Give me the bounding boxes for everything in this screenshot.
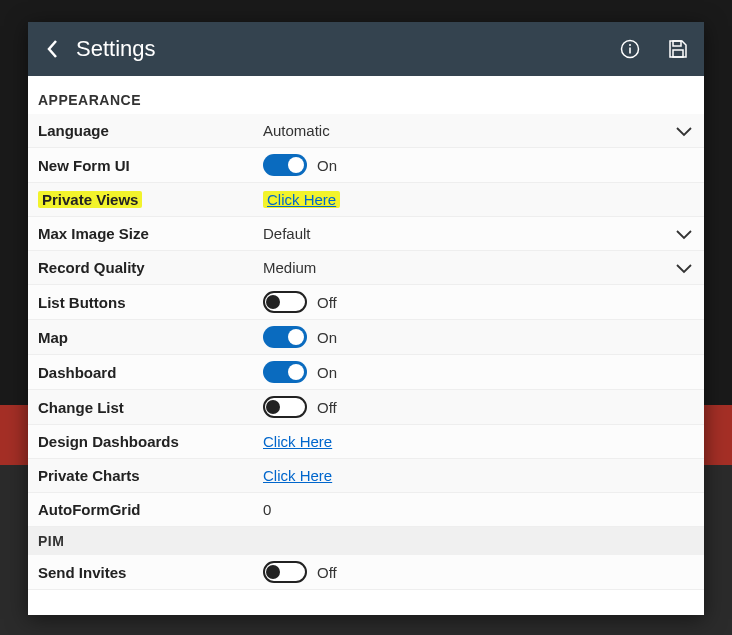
link-design-dashboards[interactable]: Click Here <box>263 433 332 450</box>
settings-content: APPEARANCE Language Automatic New Form U… <box>28 76 704 615</box>
link-private-views[interactable]: Click Here <box>267 191 336 208</box>
label-list-buttons: List Buttons <box>38 294 263 311</box>
row-private-views: Private Views Click Here <box>28 183 704 217</box>
label-private-views: Private Views <box>38 191 142 208</box>
row-max-image-size[interactable]: Max Image Size Default <box>28 217 704 251</box>
label-max-image-size: Max Image Size <box>38 225 263 242</box>
info-icon <box>620 39 640 59</box>
row-record-quality[interactable]: Record Quality Medium <box>28 251 704 285</box>
row-list-buttons: List Buttons Off <box>28 285 704 320</box>
svg-rect-2 <box>629 48 631 54</box>
label-map: Map <box>38 329 263 346</box>
row-autoformgrid: AutoFormGrid 0 <box>28 493 704 527</box>
save-icon <box>668 39 688 59</box>
value-new-form-ui: On <box>317 157 337 174</box>
toggle-change-list[interactable] <box>263 396 307 418</box>
value-list-buttons: Off <box>317 294 337 311</box>
row-private-charts: Private Charts Click Here <box>28 459 704 493</box>
svg-point-1 <box>629 44 631 46</box>
section-pim: PIM <box>28 527 704 555</box>
chevron-down-icon <box>674 124 694 138</box>
label-private-charts: Private Charts <box>38 467 263 484</box>
link-private-charts[interactable]: Click Here <box>263 467 332 484</box>
label-language: Language <box>38 122 263 139</box>
row-dashboard: Dashboard On <box>28 355 704 390</box>
label-send-invites: Send Invites <box>38 564 263 581</box>
label-new-form-ui: New Form UI <box>38 157 263 174</box>
settings-header: Settings <box>28 22 704 76</box>
svg-rect-3 <box>673 41 681 46</box>
value-dashboard: On <box>317 364 337 381</box>
value-record-quality: Medium <box>263 259 674 276</box>
row-design-dashboards: Design Dashboards Click Here <box>28 425 704 459</box>
toggle-send-invites[interactable] <box>263 561 307 583</box>
label-autoformgrid: AutoFormGrid <box>38 501 263 518</box>
row-language[interactable]: Language Automatic <box>28 114 704 148</box>
back-button[interactable] <box>44 38 62 60</box>
toggle-map[interactable] <box>263 326 307 348</box>
label-record-quality: Record Quality <box>38 259 263 276</box>
label-dashboard: Dashboard <box>38 364 263 381</box>
toggle-dashboard[interactable] <box>263 361 307 383</box>
svg-rect-4 <box>673 50 683 57</box>
chevron-left-icon <box>44 38 62 60</box>
toggle-new-form-ui[interactable] <box>263 154 307 176</box>
page-title: Settings <box>76 36 592 62</box>
chevron-down-icon <box>674 261 694 275</box>
row-send-invites: Send Invites Off <box>28 555 704 590</box>
toggle-list-buttons[interactable] <box>263 291 307 313</box>
value-autoformgrid: 0 <box>263 501 694 518</box>
save-button[interactable] <box>668 39 688 59</box>
value-send-invites: Off <box>317 564 337 581</box>
row-change-list: Change List Off <box>28 390 704 425</box>
label-change-list: Change List <box>38 399 263 416</box>
row-map: Map On <box>28 320 704 355</box>
label-design-dashboards: Design Dashboards <box>38 433 263 450</box>
info-button[interactable] <box>620 39 640 59</box>
value-max-image-size: Default <box>263 225 674 242</box>
row-new-form-ui: New Form UI On <box>28 148 704 183</box>
chevron-down-icon <box>674 227 694 241</box>
value-change-list: Off <box>317 399 337 416</box>
value-map: On <box>317 329 337 346</box>
value-language: Automatic <box>263 122 674 139</box>
section-appearance: APPEARANCE <box>28 76 704 114</box>
settings-modal: Settings APPEARANCE Language Automatic N… <box>28 22 704 615</box>
